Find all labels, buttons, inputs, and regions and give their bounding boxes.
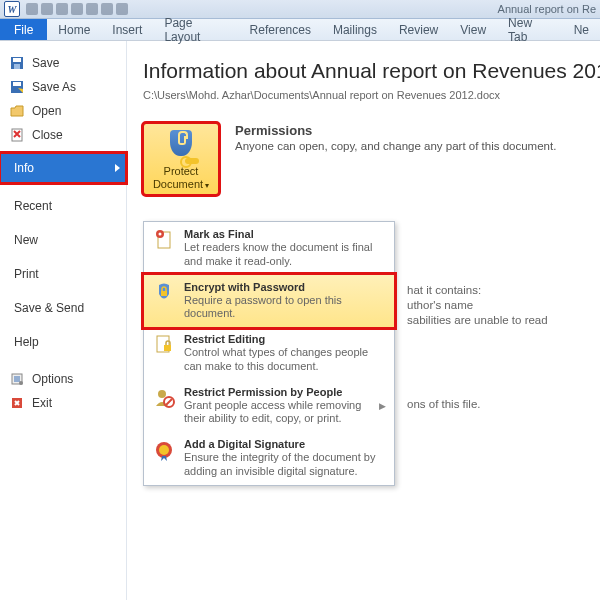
sidebar-item-open[interactable]: Open [0, 99, 126, 123]
tab-new-tab[interactable]: New Tab [497, 19, 563, 40]
sidebar-item-recent[interactable]: Recent [0, 189, 126, 223]
tab-view[interactable]: View [449, 19, 497, 40]
dropdown-item-title: Add a Digital Signature [184, 438, 386, 450]
protect-line1: Protect [164, 165, 199, 177]
dropdown-item-add-digital-signature[interactable]: Add a Digital Signature Ensure the integ… [144, 432, 394, 485]
chevron-down-icon: ▾ [205, 181, 209, 190]
chevron-right-icon: ▶ [379, 401, 386, 411]
permissions-heading: Permissions [235, 123, 588, 138]
sidebar-item-label: Help [14, 335, 39, 349]
dropdown-item-desc: Require a password to open this document… [184, 294, 386, 322]
sidebar-item-save-as[interactable]: Save As [0, 75, 126, 99]
sidebar-item-print[interactable]: Print [0, 257, 126, 291]
restrict-editing-icon [152, 333, 176, 357]
svg-rect-14 [164, 345, 171, 351]
svg-rect-1 [13, 58, 21, 62]
tab-home[interactable]: Home [47, 19, 101, 40]
sidebar-item-label: Save & Send [14, 301, 84, 315]
encrypt-icon [152, 281, 176, 305]
page-title: Information about Annual report on Reven… [143, 59, 588, 83]
sidebar-item-exit[interactable]: Exit [0, 391, 126, 415]
qat-icon[interactable] [101, 3, 113, 15]
qat-icon[interactable] [71, 3, 83, 15]
tab-review[interactable]: Review [388, 19, 449, 40]
dropdown-item-mark-as-final[interactable]: Mark as Final Let readers know the docum… [144, 222, 394, 275]
exit-icon [10, 396, 24, 410]
obscured-text: sabilities are unable to read [407, 314, 548, 326]
qat-icon[interactable] [56, 3, 68, 15]
window-title: Annual report on Re [498, 3, 596, 15]
file-path: C:\Users\Mohd. Azhar\Documents\Annual re… [143, 89, 588, 101]
mark-final-icon [152, 228, 176, 252]
protect-line2: Document [153, 178, 203, 190]
obscured-text: ons of this file. [407, 398, 481, 410]
sidebar-item-options[interactable]: Options [0, 367, 126, 391]
dropdown-item-desc: Control what types of changes people can… [184, 346, 386, 374]
tab-insert[interactable]: Insert [101, 19, 153, 40]
sidebar-item-save[interactable]: Save [0, 51, 126, 75]
qat-icon[interactable] [41, 3, 53, 15]
svg-point-15 [158, 390, 166, 398]
protect-document-dropdown: Mark as Final Let readers know the docum… [143, 221, 395, 486]
sidebar-item-save-send[interactable]: Save & Send [0, 291, 126, 325]
obscured-text: uthor's name [407, 299, 473, 311]
sidebar-item-close[interactable]: Close [0, 123, 126, 147]
sidebar-item-label: Recent [14, 199, 52, 213]
sidebar-item-help[interactable]: Help [0, 325, 126, 359]
dropdown-item-encrypt-with-password[interactable]: Encrypt with Password Require a password… [143, 274, 395, 329]
signature-icon [152, 438, 176, 462]
dropdown-item-title: Mark as Final [184, 228, 386, 240]
sidebar-item-new[interactable]: New [0, 223, 126, 257]
backstage-sidebar: Save Save As Open Close Info Recent [0, 41, 127, 600]
obscured-text: hat it contains: [407, 284, 481, 296]
sidebar-item-label: Open [32, 104, 61, 118]
tab-references[interactable]: References [239, 19, 322, 40]
sidebar-item-label: Save As [32, 80, 76, 94]
dropdown-item-desc: Ensure the integrity of the document by … [184, 451, 386, 479]
qat-icon[interactable] [116, 3, 128, 15]
quick-access-toolbar[interactable] [26, 3, 128, 15]
svg-point-18 [159, 445, 169, 455]
permissions-sub: Anyone can open, copy, and change any pa… [235, 140, 588, 152]
save-as-icon [10, 80, 24, 94]
svg-rect-12 [161, 291, 167, 296]
sidebar-item-label: Exit [32, 396, 52, 410]
protect-document-button[interactable]: Protect Document▾ [143, 123, 219, 195]
sidebar-item-label: Print [14, 267, 39, 281]
tab-page-layout[interactable]: Page Layout [153, 19, 238, 40]
ribbon-tabs: File Home Insert Page Layout References … [0, 19, 600, 41]
sidebar-item-label: Options [32, 372, 73, 386]
open-icon [10, 104, 24, 118]
dropdown-item-desc: Grant people access while removing their… [184, 399, 371, 427]
dropdown-item-restrict-by-people[interactable]: Restrict Permission by People Grant peop… [144, 380, 394, 433]
save-icon [10, 56, 24, 70]
qat-icon[interactable] [26, 3, 38, 15]
restrict-people-icon [152, 386, 176, 410]
protect-document-icon [165, 130, 197, 162]
sidebar-item-label: New [14, 233, 38, 247]
tab-mailings[interactable]: Mailings [322, 19, 388, 40]
options-icon [10, 372, 24, 386]
sidebar-item-label: Info [14, 161, 34, 175]
svg-point-11 [159, 233, 162, 236]
content-pane: Information about Annual report on Reven… [127, 41, 600, 600]
dropdown-item-title: Restrict Editing [184, 333, 386, 345]
sidebar-item-info[interactable]: Info [0, 153, 126, 183]
file-tab[interactable]: File [0, 19, 47, 40]
tab-extra[interactable]: Ne [563, 19, 600, 40]
dropdown-item-desc: Let readers know the document is final a… [184, 241, 386, 269]
close-icon [10, 128, 24, 142]
app-icon: W [4, 1, 20, 17]
sidebar-item-label: Close [32, 128, 63, 142]
sidebar-item-label: Save [32, 56, 59, 70]
qat-icon[interactable] [86, 3, 98, 15]
dropdown-item-restrict-editing[interactable]: Restrict Editing Control what types of c… [144, 327, 394, 380]
svg-rect-2 [14, 64, 20, 69]
svg-point-7 [19, 381, 23, 385]
dropdown-item-title: Encrypt with Password [184, 281, 386, 293]
svg-rect-4 [13, 82, 21, 86]
dropdown-item-title: Restrict Permission by People [184, 386, 371, 398]
